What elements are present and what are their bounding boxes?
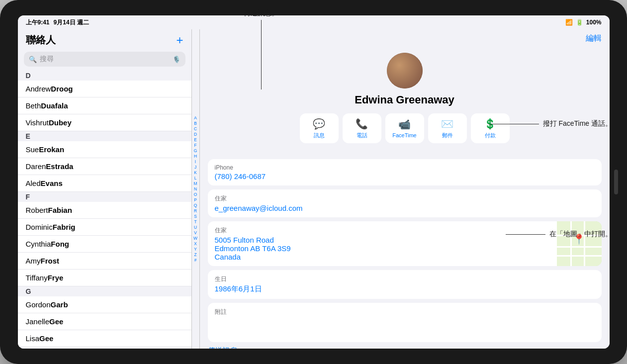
notes-label: 附註 (215, 308, 595, 316)
message-action-button[interactable]: 💬 訊息 (300, 113, 339, 143)
list-item[interactable]: Beth Duafala (18, 97, 191, 114)
facetime-icon: 📹 (398, 118, 411, 130)
email-row: 住家 e_greenaway@icloud.com (208, 189, 602, 217)
address-row: 住家 5005 Fulton Road Edmonton AB T6A 3S9 … (208, 221, 602, 266)
phone-row: iPhone (780) 246-0687 (208, 159, 602, 185)
pay-action-button[interactable]: 💲 付款 (471, 113, 510, 143)
notes-section: 附註 (208, 303, 602, 342)
sidebar-header: 聯絡人 + (18, 29, 191, 50)
notes-value[interactable] (215, 317, 595, 337)
status-bar: 上午9:41 9月14日 週二 📶 🔋 100% (18, 15, 610, 29)
notes-row: 附註 (208, 303, 602, 342)
section-e: E (18, 131, 191, 141)
list-item[interactable]: Andrew Droog (18, 81, 191, 97)
status-time: 上午9:41 (26, 18, 50, 27)
address-line3: Canada (215, 253, 550, 261)
action-buttons: 💬 訊息 📞 電話 📹 FaceTime ✉️ (300, 113, 510, 143)
avatar (387, 53, 423, 89)
list-item[interactable]: Vishrut Dubey (18, 114, 191, 131)
avatar-image (387, 53, 423, 89)
alphabet-index[interactable]: A B C D E F G H I J K L M N O P Q R S T (192, 29, 200, 349)
list-item[interactable]: Janelle Gee (18, 313, 191, 330)
list-item[interactable]: Daren Estrada (18, 158, 191, 175)
email-label: 住家 (215, 194, 595, 203)
status-bar-right: 📶 🔋 100% (565, 19, 602, 26)
message-icon: 💬 (313, 118, 325, 130)
section-f: F (18, 192, 191, 202)
message-label: 訊息 (314, 132, 325, 139)
detail-toolbar: 編輯 (200, 29, 610, 48)
search-bar[interactable]: 🔍 搜尋 🎙️ (24, 52, 185, 67)
list-item[interactable]: Tiffany Frye (18, 270, 191, 286)
birthday-section: 生日 1986年6月1日 (208, 270, 602, 299)
mail-action-button[interactable]: ✉️ 郵件 (428, 113, 467, 143)
mail-label: 郵件 (442, 132, 453, 139)
send-message-link[interactable]: 傳送訊息 (208, 346, 602, 349)
status-date: 9月14日 週二 (54, 18, 89, 27)
map-road (557, 255, 602, 257)
list-item[interactable]: Sue Erokan (18, 141, 191, 158)
detail-panel: 編輯 Edwina Greenaway 💬 訊息 (200, 29, 610, 349)
screen: 上午9:41 9月14日 週二 📶 🔋 100% 聯絡人 + 🔍 搜尋 (18, 15, 610, 349)
contact-hero: Edwina Greenaway 💬 訊息 📞 電話 📹 (200, 48, 610, 159)
battery-percent: 100% (586, 19, 602, 26)
email-value[interactable]: e_greenaway@icloud.com (215, 204, 595, 212)
list-item[interactable]: Gordon Garb (18, 296, 191, 313)
call-label: 電話 (357, 132, 367, 139)
facetime-action-button[interactable]: 📹 FaceTime (385, 113, 424, 143)
section-g: G (18, 286, 191, 296)
sidebar: 聯絡人 + 🔍 搜尋 🎙️ D Andrew Droog Beth Duafal… (18, 29, 192, 349)
address-line2: Edmonton AB T6A 3S9 (215, 244, 550, 253)
phone-icon: 📞 (356, 118, 368, 130)
contact-amy-frost[interactable]: Amy Frost (18, 253, 191, 270)
call-action-button[interactable]: 📞 電話 (343, 113, 381, 143)
list-item[interactable]: Robert Fabian (18, 202, 191, 219)
search-input[interactable]: 搜尋 (40, 55, 170, 64)
map-thumbnail[interactable]: 📍 (557, 221, 602, 266)
home-button[interactable] (614, 170, 618, 194)
list-item[interactable]: Cynthia Fong (18, 236, 191, 253)
edit-button[interactable]: 編輯 (586, 33, 602, 44)
birthday-label: 生日 (215, 275, 595, 283)
search-icon: 🔍 (29, 56, 37, 63)
map-road (570, 221, 572, 266)
mail-icon: ✉️ (441, 118, 453, 130)
pay-icon: 💲 (484, 118, 496, 130)
contact-name: Edwina Greenaway (355, 93, 454, 106)
phone-section: iPhone (780) 246-0687 (208, 159, 602, 185)
list-item[interactable]: Aled Evans (18, 175, 191, 192)
add-contact-button[interactable]: + (176, 34, 183, 46)
map-road (557, 246, 602, 248)
main-content: 聯絡人 + 🔍 搜尋 🎙️ D Andrew Droog Beth Duafal… (18, 29, 610, 349)
email-section: 住家 e_greenaway@icloud.com (208, 189, 602, 217)
address-label: 住家 (215, 226, 550, 235)
list-item[interactable]: Lisa Gee (18, 330, 191, 347)
address-section: 住家 5005 Fulton Road Edmonton AB T6A 3S9 … (208, 221, 602, 266)
phone-value[interactable]: (780) 246-0687 (215, 172, 595, 181)
battery-icon: 🔋 (576, 19, 583, 26)
device-frame: 上午9:41 9月14日 週二 📶 🔋 100% 聯絡人 + 🔍 搜尋 (0, 0, 627, 364)
list-item[interactable]: Dominic Fabrig (18, 219, 191, 236)
map-pin-icon: 📍 (573, 233, 585, 245)
address-line1: 5005 Fulton Road (215, 236, 550, 244)
pay-label: 付款 (485, 132, 496, 139)
contacts-list: D Andrew Droog Beth Duafala Vishrut Dube… (18, 71, 191, 349)
birthday-row: 生日 1986年6月1日 (208, 270, 602, 299)
birthday-value[interactable]: 1986年6月1日 (215, 284, 595, 294)
sidebar-title: 聯絡人 (26, 33, 56, 47)
facetime-label: FaceTime (392, 132, 417, 138)
mic-icon: 🎙️ (173, 56, 180, 63)
phone-label: iPhone (215, 164, 595, 171)
section-d: D (18, 71, 191, 81)
status-bar-left: 上午9:41 9月14日 週二 (26, 18, 89, 27)
wifi-icon: 📶 (565, 19, 573, 26)
address-text[interactable]: 住家 5005 Fulton Road Edmonton AB T6A 3S9 … (208, 221, 557, 266)
map-grid: 📍 (557, 221, 602, 266)
